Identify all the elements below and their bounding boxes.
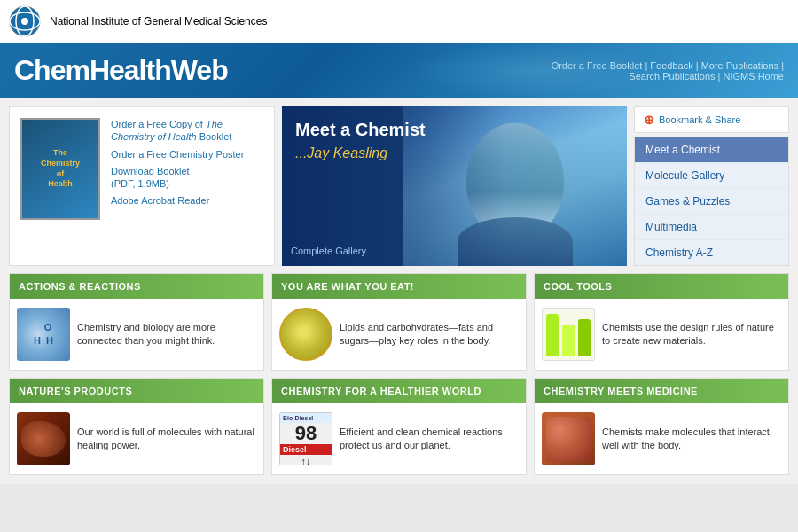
top-section: TheChemistryofHealth Order a Free Copy o… bbox=[9, 106, 789, 266]
featured-panel: Meet a Chemist ...Jay Keasling Complete … bbox=[282, 106, 627, 266]
section-content-medicine: Chemists make molecules that interact we… bbox=[535, 403, 788, 474]
top-bar: National Institute of General Medical Sc… bbox=[0, 0, 798, 43]
section-header-healthier: CHEMISTRY FOR A HEALTHIER WORLD bbox=[272, 379, 526, 403]
section-actions-reactions: ACTIONS & REACTIONS O H H Chemistry and … bbox=[9, 273, 264, 371]
section-header-medicine: CHEMISTRY MEETS MEDICINE bbox=[535, 379, 788, 403]
feedback-link[interactable]: Feedback bbox=[650, 60, 692, 71]
book-links: Order a Free Copy of The Chemistry of He… bbox=[111, 118, 263, 212]
book-subtitle: TheChemistryofHealth bbox=[41, 148, 80, 190]
main-content: TheChemistryofHealth Order a Free Copy o… bbox=[0, 98, 798, 484]
section-header-tools: COOL TOOLS bbox=[535, 274, 788, 299]
right-panel: ⊕ Bookmark & Share Meet a Chemist Molecu… bbox=[634, 106, 789, 266]
actions-image: O H H bbox=[17, 308, 70, 361]
section-healthier-world: CHEMISTRY FOR A HEALTHIER WORLD Bio-Dies… bbox=[271, 378, 527, 475]
nigms-home-link[interactable]: NIGMS Home bbox=[724, 71, 784, 82]
bookmark-icon: ⊕ bbox=[644, 113, 654, 127]
section-content-eat: Lipids and carbohydrates—fats and sugars… bbox=[272, 299, 526, 370]
nature-image bbox=[17, 412, 70, 466]
section-content-healthier: Bio-Diesel 98 Diesel ↑↓ Efficient and cl… bbox=[272, 403, 526, 474]
order-booklet-link2[interactable]: Order a Free Copy of The Chemistry of He… bbox=[111, 118, 263, 144]
eat-text: Lipids and carbohydrates—fats and sugars… bbox=[340, 321, 519, 348]
tools-text: Chemists use the design rules of nature … bbox=[602, 321, 781, 348]
section-cool-tools: COOL TOOLS Chemists use the design rules… bbox=[534, 273, 789, 371]
bookmark-share-bar[interactable]: ⊕ Bookmark & Share bbox=[634, 106, 789, 133]
section-you-are: YOU ARE WHAT YOU EAT! Lipids and carbohy… bbox=[271, 273, 527, 371]
order-poster-link[interactable]: Order a Free Chemistry Poster bbox=[111, 148, 263, 160]
svg-point-3 bbox=[21, 18, 28, 25]
featured-name: ...Jay Keasling bbox=[295, 145, 387, 161]
section-header-actions: ACTIONS & REACTIONS bbox=[10, 274, 263, 299]
section-natures-products: NATURE'S PRODUCTS Our world is full of m… bbox=[9, 378, 264, 475]
bookmark-label: Bookmark & Share bbox=[659, 114, 740, 125]
medicine-image bbox=[542, 412, 595, 466]
nav-item-meet-chemist[interactable]: Meet a Chemist bbox=[635, 137, 788, 163]
section-content-actions: O H H Chemistry and biology are more con… bbox=[10, 299, 263, 370]
water-molecule-icon: O H H bbox=[34, 321, 53, 348]
actions-text: Chemistry and biology are more connected… bbox=[77, 321, 256, 348]
site-header: ChemHealthWeb Order a Free Booklet | Fee… bbox=[0, 43, 798, 98]
left-panel: TheChemistryofHealth Order a Free Copy o… bbox=[9, 106, 275, 266]
medicine-text: Chemists make molecules that interact we… bbox=[602, 426, 781, 453]
eat-image bbox=[279, 308, 332, 361]
nav-item-chemistry-az[interactable]: Chemistry A-Z bbox=[635, 240, 788, 265]
bottom-grid-row1: ACTIONS & REACTIONS O H H Chemistry and … bbox=[9, 273, 789, 371]
healthier-text: Efficient and clean chemical reactions p… bbox=[340, 426, 519, 453]
nigms-logo bbox=[9, 5, 41, 37]
more-publications-link[interactable]: More Publications bbox=[701, 60, 778, 71]
search-publications-link[interactable]: Search Publications bbox=[629, 71, 715, 82]
acrobat-reader-link[interactable]: Adobe Acrobat Reader bbox=[111, 194, 263, 207]
site-title: ChemHealthWeb bbox=[14, 54, 228, 87]
section-content-tools: Chemists use the design rules of nature … bbox=[535, 299, 788, 370]
org-name: National Institute of General Medical Sc… bbox=[50, 15, 267, 27]
book-cover: TheChemistryofHealth bbox=[20, 118, 100, 220]
nature-text: Our world is full of molecules with natu… bbox=[77, 426, 256, 453]
nav-item-molecule-gallery[interactable]: Molecule Gallery bbox=[635, 163, 788, 189]
section-content-nature: Our world is full of molecules with natu… bbox=[10, 403, 263, 474]
tools-image bbox=[542, 308, 595, 361]
section-header-eat: YOU ARE WHAT YOU EAT! bbox=[272, 274, 526, 299]
nav-item-multimedia[interactable]: Multimedia bbox=[635, 215, 788, 240]
complete-gallery-link[interactable]: Complete Gallery bbox=[291, 246, 366, 256]
section-medicine: CHEMISTRY MEETS MEDICINE Chemists make m… bbox=[534, 378, 789, 475]
gallery-link-container: Complete Gallery bbox=[291, 245, 366, 257]
bottom-grid-row2: NATURE'S PRODUCTS Our world is full of m… bbox=[9, 378, 789, 475]
nav-item-games-puzzles[interactable]: Games & Puzzles bbox=[635, 189, 788, 215]
healthier-image: Bio-Diesel 98 Diesel ↑↓ bbox=[279, 412, 332, 466]
order-booklet-link[interactable]: Order a Free Booklet bbox=[552, 60, 643, 71]
download-booklet-link[interactable]: Download Booklet(PDF, 1.9MB) bbox=[111, 165, 263, 191]
nav-menu: Meet a Chemist Molecule Gallery Games & … bbox=[634, 137, 789, 266]
section-header-nature: NATURE'S PRODUCTS bbox=[10, 379, 263, 403]
featured-title: Meet a Chemist bbox=[295, 120, 426, 140]
header-links: Order a Free Booklet | Feedback | More P… bbox=[552, 60, 784, 82]
